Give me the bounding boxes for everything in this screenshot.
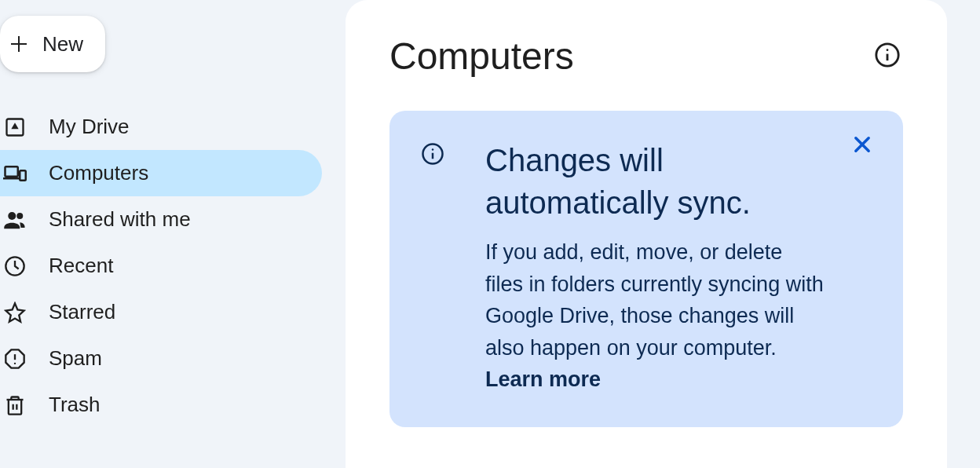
sidebar-item-label: Trash	[49, 393, 101, 417]
main-content: Computers Changes will automatically syn…	[346, 0, 947, 468]
learn-more-link[interactable]: Learn more	[485, 367, 601, 391]
svg-rect-1	[5, 166, 18, 177]
sidebar: New My Drive Computers Shared with me Re…	[0, 0, 346, 468]
sidebar-item-starred[interactable]: Starred	[0, 289, 322, 335]
devices-icon	[3, 162, 27, 185]
svg-point-6	[14, 362, 16, 364]
banner-body: If you add, edit, move, or delete files …	[485, 236, 825, 396]
info-icon	[421, 142, 444, 166]
new-label: New	[42, 32, 83, 57]
sidebar-item-label: Computers	[49, 161, 148, 185]
people-icon	[3, 208, 27, 232]
sidebar-item-recent[interactable]: Recent	[0, 243, 322, 289]
sidebar-item-label: Shared with me	[49, 207, 191, 232]
banner-content: Changes will automatically sync. If you …	[485, 139, 872, 396]
svg-point-3	[8, 212, 16, 220]
sync-info-banner: Changes will automatically sync. If you …	[389, 111, 903, 427]
new-button[interactable]: New	[0, 16, 105, 72]
drive-icon	[3, 115, 27, 139]
star-icon	[3, 301, 27, 324]
info-icon	[874, 42, 901, 71]
sidebar-item-label: Starred	[49, 300, 115, 324]
close-icon	[851, 133, 873, 158]
clock-icon	[3, 254, 27, 278]
spam-icon	[3, 347, 27, 371]
svg-point-10	[432, 148, 434, 151]
sidebar-item-trash[interactable]: Trash	[0, 382, 322, 428]
main-header: Computers	[389, 35, 903, 78]
svg-point-4	[16, 213, 23, 219]
page-title: Computers	[389, 35, 574, 78]
sidebar-item-computers[interactable]: Computers	[0, 150, 322, 196]
banner-close-button[interactable]	[850, 133, 875, 158]
banner-headline: Changes will automatically sync.	[485, 139, 825, 224]
view-details-button[interactable]	[872, 41, 903, 72]
svg-rect-2	[20, 170, 26, 181]
sidebar-item-my-drive[interactable]: My Drive	[0, 104, 322, 150]
svg-point-8	[887, 49, 889, 51]
sidebar-item-label: My Drive	[49, 115, 130, 139]
trash-icon	[3, 393, 27, 417]
sidebar-item-label: Spam	[49, 346, 102, 371]
sidebar-item-shared[interactable]: Shared with me	[0, 196, 322, 243]
sidebar-item-label: Recent	[49, 254, 113, 278]
nav-list: My Drive Computers Shared with me Recent…	[0, 104, 346, 428]
banner-body-text: If you add, edit, move, or delete files …	[485, 240, 824, 360]
sidebar-item-spam[interactable]: Spam	[0, 335, 322, 382]
plus-icon	[5, 30, 33, 58]
